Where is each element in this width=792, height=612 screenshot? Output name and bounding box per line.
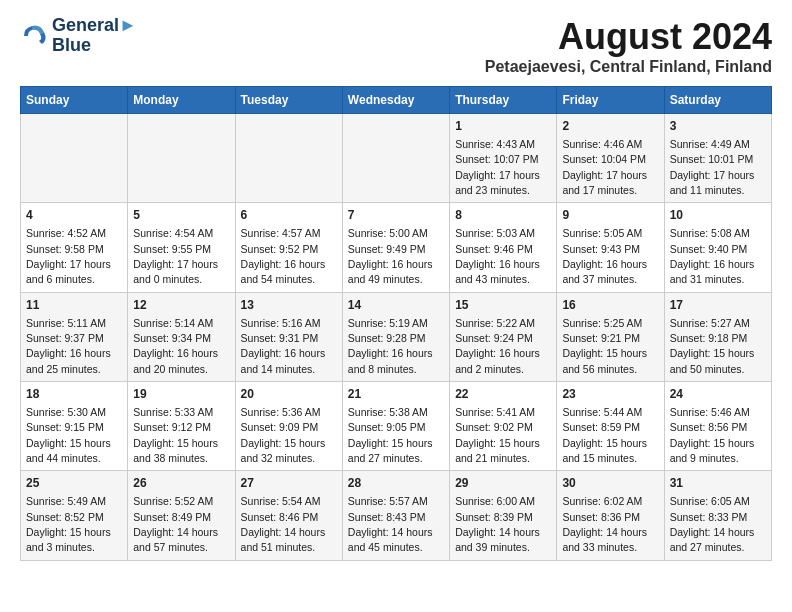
- calendar-cell: 14Sunrise: 5:19 AMSunset: 9:28 PMDayligh…: [342, 292, 449, 381]
- calendar-cell: [342, 114, 449, 203]
- header-row: SundayMondayTuesdayWednesdayThursdayFrid…: [21, 87, 772, 114]
- day-number: 1: [455, 118, 551, 135]
- week-row-3: 11Sunrise: 5:11 AMSunset: 9:37 PMDayligh…: [21, 292, 772, 381]
- day-info: Sunrise: 5:33 AMSunset: 9:12 PMDaylight:…: [133, 406, 218, 464]
- calendar-cell: 3Sunrise: 4:49 AMSunset: 10:01 PMDayligh…: [664, 114, 771, 203]
- day-number: 8: [455, 207, 551, 224]
- day-info: Sunrise: 6:02 AMSunset: 8:36 PMDaylight:…: [562, 495, 647, 553]
- day-number: 21: [348, 386, 444, 403]
- day-info: Sunrise: 6:00 AMSunset: 8:39 PMDaylight:…: [455, 495, 540, 553]
- calendar-cell: 17Sunrise: 5:27 AMSunset: 9:18 PMDayligh…: [664, 292, 771, 381]
- day-number: 16: [562, 297, 658, 314]
- calendar-cell: 10Sunrise: 5:08 AMSunset: 9:40 PMDayligh…: [664, 203, 771, 292]
- header-cell-wednesday: Wednesday: [342, 87, 449, 114]
- day-number: 9: [562, 207, 658, 224]
- day-info: Sunrise: 5:46 AMSunset: 8:56 PMDaylight:…: [670, 406, 755, 464]
- page-header: General► Blue August 2024 Petaejaevesi, …: [20, 16, 772, 76]
- day-info: Sunrise: 5:57 AMSunset: 8:43 PMDaylight:…: [348, 495, 433, 553]
- header-cell-thursday: Thursday: [450, 87, 557, 114]
- calendar-cell: 2Sunrise: 4:46 AMSunset: 10:04 PMDayligh…: [557, 114, 664, 203]
- logo: General► Blue: [20, 16, 137, 56]
- header-cell-saturday: Saturday: [664, 87, 771, 114]
- week-row-2: 4Sunrise: 4:52 AMSunset: 9:58 PMDaylight…: [21, 203, 772, 292]
- day-info: Sunrise: 4:49 AMSunset: 10:01 PMDaylight…: [670, 138, 755, 196]
- calendar-cell: 29Sunrise: 6:00 AMSunset: 8:39 PMDayligh…: [450, 471, 557, 560]
- calendar-cell: [21, 114, 128, 203]
- logo-icon: [20, 22, 48, 50]
- day-info: Sunrise: 4:52 AMSunset: 9:58 PMDaylight:…: [26, 227, 111, 285]
- day-number: 13: [241, 297, 337, 314]
- header-cell-monday: Monday: [128, 87, 235, 114]
- day-info: Sunrise: 4:43 AMSunset: 10:07 PMDaylight…: [455, 138, 540, 196]
- day-number: 10: [670, 207, 766, 224]
- day-number: 23: [562, 386, 658, 403]
- calendar-cell: 13Sunrise: 5:16 AMSunset: 9:31 PMDayligh…: [235, 292, 342, 381]
- day-number: 22: [455, 386, 551, 403]
- day-number: 24: [670, 386, 766, 403]
- calendar-cell: 5Sunrise: 4:54 AMSunset: 9:55 PMDaylight…: [128, 203, 235, 292]
- day-info: Sunrise: 5:27 AMSunset: 9:18 PMDaylight:…: [670, 317, 755, 375]
- calendar-cell: 16Sunrise: 5:25 AMSunset: 9:21 PMDayligh…: [557, 292, 664, 381]
- header-cell-sunday: Sunday: [21, 87, 128, 114]
- day-number: 11: [26, 297, 122, 314]
- day-number: 31: [670, 475, 766, 492]
- day-number: 3: [670, 118, 766, 135]
- calendar-cell: 15Sunrise: 5:22 AMSunset: 9:24 PMDayligh…: [450, 292, 557, 381]
- day-number: 17: [670, 297, 766, 314]
- day-info: Sunrise: 6:05 AMSunset: 8:33 PMDaylight:…: [670, 495, 755, 553]
- day-number: 2: [562, 118, 658, 135]
- day-info: Sunrise: 5:05 AMSunset: 9:43 PMDaylight:…: [562, 227, 647, 285]
- day-number: 4: [26, 207, 122, 224]
- calendar-cell: 7Sunrise: 5:00 AMSunset: 9:49 PMDaylight…: [342, 203, 449, 292]
- day-info: Sunrise: 5:52 AMSunset: 8:49 PMDaylight:…: [133, 495, 218, 553]
- calendar-cell: 30Sunrise: 6:02 AMSunset: 8:36 PMDayligh…: [557, 471, 664, 560]
- calendar-cell: 21Sunrise: 5:38 AMSunset: 9:05 PMDayligh…: [342, 382, 449, 471]
- calendar-cell: 24Sunrise: 5:46 AMSunset: 8:56 PMDayligh…: [664, 382, 771, 471]
- subtitle: Petaejaevesi, Central Finland, Finland: [485, 58, 772, 76]
- day-info: Sunrise: 5:08 AMSunset: 9:40 PMDaylight:…: [670, 227, 755, 285]
- calendar-cell: 23Sunrise: 5:44 AMSunset: 8:59 PMDayligh…: [557, 382, 664, 471]
- week-row-5: 25Sunrise: 5:49 AMSunset: 8:52 PMDayligh…: [21, 471, 772, 560]
- week-row-4: 18Sunrise: 5:30 AMSunset: 9:15 PMDayligh…: [21, 382, 772, 471]
- calendar-cell: 20Sunrise: 5:36 AMSunset: 9:09 PMDayligh…: [235, 382, 342, 471]
- day-number: 29: [455, 475, 551, 492]
- calendar-cell: 6Sunrise: 4:57 AMSunset: 9:52 PMDaylight…: [235, 203, 342, 292]
- day-info: Sunrise: 4:57 AMSunset: 9:52 PMDaylight:…: [241, 227, 326, 285]
- calendar-cell: 19Sunrise: 5:33 AMSunset: 9:12 PMDayligh…: [128, 382, 235, 471]
- day-info: Sunrise: 5:36 AMSunset: 9:09 PMDaylight:…: [241, 406, 326, 464]
- day-number: 14: [348, 297, 444, 314]
- day-number: 12: [133, 297, 229, 314]
- calendar-cell: 31Sunrise: 6:05 AMSunset: 8:33 PMDayligh…: [664, 471, 771, 560]
- calendar-cell: 11Sunrise: 5:11 AMSunset: 9:37 PMDayligh…: [21, 292, 128, 381]
- calendar-cell: 26Sunrise: 5:52 AMSunset: 8:49 PMDayligh…: [128, 471, 235, 560]
- header-cell-friday: Friday: [557, 87, 664, 114]
- calendar-cell: 1Sunrise: 4:43 AMSunset: 10:07 PMDayligh…: [450, 114, 557, 203]
- title-block: August 2024 Petaejaevesi, Central Finlan…: [485, 16, 772, 76]
- calendar-cell: 9Sunrise: 5:05 AMSunset: 9:43 PMDaylight…: [557, 203, 664, 292]
- day-number: 26: [133, 475, 229, 492]
- day-number: 18: [26, 386, 122, 403]
- day-info: Sunrise: 5:22 AMSunset: 9:24 PMDaylight:…: [455, 317, 540, 375]
- day-info: Sunrise: 5:25 AMSunset: 9:21 PMDaylight:…: [562, 317, 647, 375]
- day-number: 5: [133, 207, 229, 224]
- day-number: 25: [26, 475, 122, 492]
- day-info: Sunrise: 4:54 AMSunset: 9:55 PMDaylight:…: [133, 227, 218, 285]
- day-info: Sunrise: 5:11 AMSunset: 9:37 PMDaylight:…: [26, 317, 111, 375]
- day-number: 15: [455, 297, 551, 314]
- calendar-cell: 28Sunrise: 5:57 AMSunset: 8:43 PMDayligh…: [342, 471, 449, 560]
- day-info: Sunrise: 5:30 AMSunset: 9:15 PMDaylight:…: [26, 406, 111, 464]
- main-title: August 2024: [485, 16, 772, 58]
- day-info: Sunrise: 5:49 AMSunset: 8:52 PMDaylight:…: [26, 495, 111, 553]
- day-info: Sunrise: 5:14 AMSunset: 9:34 PMDaylight:…: [133, 317, 218, 375]
- logo-text: General► Blue: [52, 16, 137, 56]
- calendar-cell: 4Sunrise: 4:52 AMSunset: 9:58 PMDaylight…: [21, 203, 128, 292]
- day-info: Sunrise: 5:00 AMSunset: 9:49 PMDaylight:…: [348, 227, 433, 285]
- calendar-cell: 18Sunrise: 5:30 AMSunset: 9:15 PMDayligh…: [21, 382, 128, 471]
- day-info: Sunrise: 5:54 AMSunset: 8:46 PMDaylight:…: [241, 495, 326, 553]
- calendar-cell: [235, 114, 342, 203]
- day-number: 6: [241, 207, 337, 224]
- header-cell-tuesday: Tuesday: [235, 87, 342, 114]
- day-number: 7: [348, 207, 444, 224]
- day-info: Sunrise: 5:16 AMSunset: 9:31 PMDaylight:…: [241, 317, 326, 375]
- day-number: 28: [348, 475, 444, 492]
